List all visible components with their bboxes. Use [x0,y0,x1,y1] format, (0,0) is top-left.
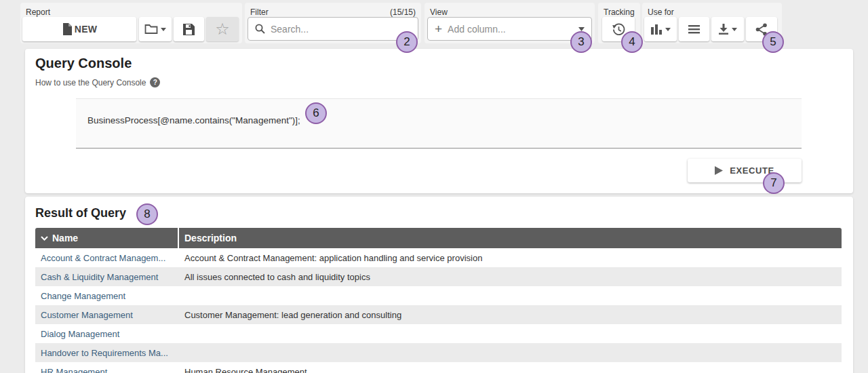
chevron-down-icon [732,28,737,31]
favorite-star-button[interactable]: ☆ [206,17,239,41]
table-row[interactable]: Dialog Management [35,324,842,343]
description-header-label: Description [184,233,237,243]
add-column-dropdown[interactable]: + Add column... [427,17,592,41]
table-row[interactable]: HR Management Human Resource Management [35,362,842,373]
help-icon[interactable]: ? [150,77,160,87]
column-header-name[interactable]: Name [35,228,178,248]
annotation-badge-4: 4 [621,31,643,53]
query-text: BusinessProcess[@name.contains("Manageme… [87,115,300,125]
annotation-badge-7: 7 [763,172,785,194]
annotation-badge-5: 5 [762,31,784,53]
filter-group-label: Filter [250,7,269,17]
download-button[interactable] [711,17,744,41]
result-name-link[interactable]: Change Management [35,291,178,301]
list-view-button[interactable] [679,17,709,41]
column-header-description[interactable]: Description [179,228,842,248]
chevron-down-icon [665,28,671,31]
report-group: Report NEW ☆ [20,3,242,43]
help-link-label[interactable]: How to use the Query Console [35,78,146,87]
query-console-title: Query Console [35,56,132,71]
result-name-link[interactable]: Account & Contract Managem... [35,253,178,263]
folder-icon [144,24,158,35]
name-header-label: Name [52,233,78,243]
star-icon: ☆ [215,21,230,37]
help-row: How to use the Query Console ? [35,77,160,87]
result-name-link[interactable]: Cash & Liquidity Management [35,272,178,282]
result-name-link[interactable]: Dialog Management [35,329,178,339]
play-icon [715,166,723,175]
table-row[interactable]: Handover to Requirements Ma... [35,343,842,362]
report-group-label: Report [26,7,50,17]
list-icon [688,24,700,34]
result-title: Result of Query [35,206,126,220]
open-report-button[interactable] [139,17,172,41]
table-row[interactable]: Account & Contract Managem... Account & … [35,248,842,267]
bar-chart-icon [651,24,663,35]
filter-group: Filter (15/15) [245,3,421,43]
search-input[interactable] [271,24,411,35]
table-body: Account & Contract Managem... Account & … [35,248,842,373]
save-report-button[interactable] [174,17,204,41]
use-for-group: Use for [642,3,782,43]
result-name-link[interactable]: HR Management [35,367,178,373]
annotation-badge-6: 6 [305,102,327,124]
new-button-label: NEW [75,24,98,35]
annotation-badge-3: 3 [570,31,592,53]
plus-icon: + [435,22,442,35]
filter-search-box[interactable] [248,17,418,41]
chevron-down-icon [578,27,585,31]
view-group: View + Add column... [425,3,595,43]
chart-view-button[interactable] [644,17,677,41]
filter-count: (15/15) [390,7,416,17]
table-row[interactable]: Customer Management Customer Management:… [35,305,842,324]
save-icon [183,24,195,35]
new-file-icon [62,23,72,35]
result-description: Human Resource Management [178,367,842,373]
view-group-label: View [430,7,448,17]
annotation-badge-2: 2 [396,31,418,53]
table-header-row: Name Description [35,228,842,248]
result-name-link[interactable]: Customer Management [35,310,178,320]
new-report-button[interactable]: NEW [22,17,136,41]
query-editor[interactable]: BusinessProcess[@name.contains("Manageme… [76,98,802,149]
query-console-page: { "toolbar": { "report": { "label": "Rep… [0,0,868,373]
tracking-group-label: Tracking [604,7,635,17]
use-for-group-label: Use for [648,7,674,17]
search-icon [255,24,265,34]
result-description: Account & Contract Management: applicati… [178,253,842,263]
sort-chevron-down-icon [41,236,48,241]
table-row[interactable]: Cash & Liquidity Management All issues c… [35,267,842,286]
result-name-link[interactable]: Handover to Requirements Ma... [35,348,178,358]
result-table: Name Description Account & Contract Mana… [35,228,842,373]
table-row[interactable]: Change Management [35,286,842,305]
result-description: All issues connected to cash and liquidi… [178,272,842,282]
result-description: Customer Management: lead generation and… [178,310,842,320]
annotation-badge-8: 8 [136,203,158,225]
add-column-placeholder: Add column... [448,24,573,35]
chevron-down-icon [161,28,166,31]
download-icon [718,24,729,35]
execute-button[interactable]: EXECUTE [688,159,802,182]
